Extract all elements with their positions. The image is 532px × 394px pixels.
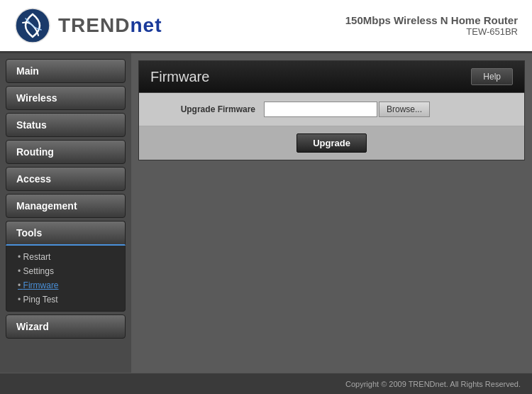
logo-area: TRENDnet	[14, 7, 162, 44]
brand-prefix: TREND	[58, 14, 130, 36]
submenu-ping-test[interactable]: Ping Test	[18, 292, 125, 307]
copyright-text: Copyright © 2009 TRENDnet. All Rights Re…	[345, 380, 521, 388]
nav-tools[interactable]: Tools	[6, 221, 126, 246]
nav-wireless[interactable]: Wireless	[6, 86, 126, 110]
product-info: 150Mbps Wireless N Home Router TEW-651BR	[345, 14, 518, 37]
model-number: TEW-651BR	[345, 26, 518, 37]
nav-wizard[interactable]: Wizard	[6, 314, 126, 339]
header: TRENDnet 150Mbps Wireless N Home Router …	[0, 0, 532, 53]
nav-main[interactable]: Main	[6, 59, 126, 83]
content-header: Firmware Help	[139, 61, 524, 93]
submenu-restart[interactable]: Restart	[18, 250, 125, 264]
content-panel: Firmware Help Upgrade Firmware Browse...…	[138, 60, 525, 160]
trendnet-logo-icon	[14, 7, 51, 44]
brand-name: TRENDnet	[58, 14, 162, 37]
nav-routing[interactable]: Routing	[6, 140, 126, 164]
page-title: Firmware	[150, 69, 209, 85]
footer: Copyright © 2009 TRENDnet. All Rights Re…	[0, 373, 532, 394]
upgrade-firmware-label: Upgrade Firmware	[150, 104, 264, 114]
upgrade-button[interactable]: Upgrade	[297, 133, 367, 153]
nav-access[interactable]: Access	[6, 167, 126, 191]
content-body: Upgrade Firmware Browse... Upgrade	[139, 93, 524, 160]
submenu-settings[interactable]: Settings	[18, 264, 125, 278]
tools-submenu: Restart Settings Firmware Ping Test	[6, 246, 126, 312]
submenu-firmware[interactable]: Firmware	[18, 278, 125, 292]
content-area: Firmware Help Upgrade Firmware Browse...…	[131, 53, 532, 373]
product-name: 150Mbps Wireless N Home Router	[345, 14, 518, 26]
nav-management[interactable]: Management	[6, 194, 126, 218]
nav-status[interactable]: Status	[6, 113, 126, 137]
firmware-upload-row: Upgrade Firmware Browse...	[139, 93, 524, 126]
brand-suffix: net	[130, 14, 162, 36]
upgrade-action-row: Upgrade	[139, 126, 524, 160]
firmware-file-input[interactable]	[264, 102, 377, 117]
help-button[interactable]: Help	[471, 68, 513, 85]
main-layout: Main Wireless Status Routing Access Mana…	[0, 53, 532, 373]
tools-section: Tools Restart Settings Firmware Ping Tes…	[6, 221, 126, 312]
sidebar: Main Wireless Status Routing Access Mana…	[0, 53, 131, 373]
browse-button[interactable]: Browse...	[379, 102, 430, 117]
